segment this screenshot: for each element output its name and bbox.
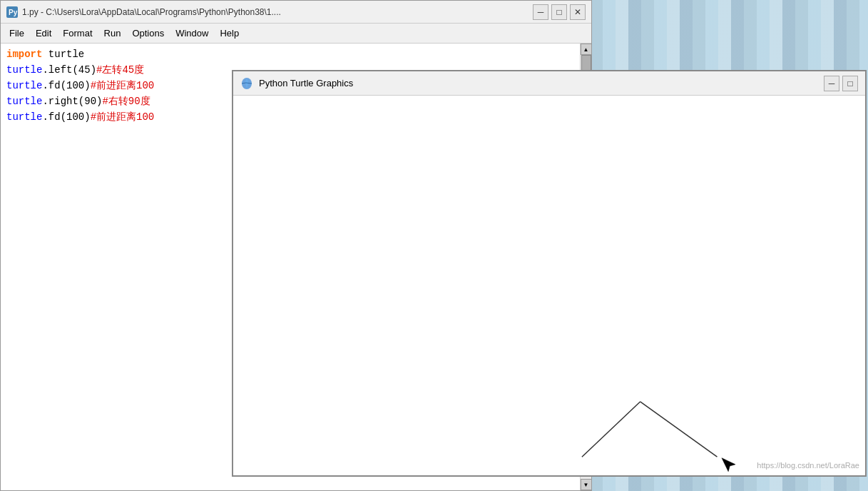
- menu-window[interactable]: Window: [170, 26, 214, 40]
- code-fd-fn: fd: [48, 80, 61, 91]
- scroll-up-arrow[interactable]: ▲: [581, 44, 592, 55]
- code-turtle-module: turtle: [48, 49, 84, 60]
- code-fd-fn-2: fd: [48, 111, 61, 123]
- idle-minimize-button[interactable]: ─: [533, 4, 548, 20]
- comment-3: #右转90度: [102, 96, 150, 107]
- keyword-import: import: [6, 49, 42, 60]
- idle-menubar: File Edit Format Run Options Window Help: [1, 24, 591, 44]
- turtle-graphics-window: Python Turtle Graphics ─ □: [232, 70, 867, 477]
- code-right-fn: right: [48, 96, 78, 107]
- scroll-down-arrow[interactable]: ▼: [581, 479, 592, 490]
- menu-run[interactable]: Run: [98, 26, 127, 40]
- turtle-window-icon: [240, 77, 253, 90]
- turtle-line-1: [582, 402, 640, 457]
- idle-titlebar: Py 1.py - C:\Users\Lora\AppData\Local\Pr…: [1, 1, 591, 24]
- code-turtle: turtle: [6, 64, 42, 76]
- turtle-minimize-button[interactable]: ─: [824, 76, 839, 91]
- svg-marker-3: [718, 455, 735, 472]
- comment-4: #前进距离100: [91, 111, 155, 123]
- menu-edit[interactable]: Edit: [30, 26, 57, 40]
- turtle-maximize-button[interactable]: □: [842, 76, 858, 91]
- code-turtle-3: turtle: [6, 96, 42, 107]
- idle-title-text: 1.py - C:\Users\Lora\AppData\Local\Progr…: [22, 7, 533, 17]
- python-icon: Py: [6, 6, 18, 18]
- code-turtle-4: turtle: [6, 111, 42, 123]
- turtle-line-2: [640, 402, 718, 457]
- idle-maximize-button[interactable]: □: [551, 4, 567, 20]
- menu-file[interactable]: File: [4, 26, 30, 40]
- idle-close-button[interactable]: ✕: [570, 4, 586, 20]
- turtle-title-buttons: ─ □: [824, 76, 858, 91]
- idle-title-buttons: ─ □ ✕: [533, 4, 586, 20]
- menu-help[interactable]: Help: [214, 26, 245, 40]
- turtle-cursor: [718, 455, 735, 472]
- menu-format[interactable]: Format: [57, 26, 98, 40]
- code-turtle-2: turtle: [6, 80, 42, 91]
- comment-1: #左转45度: [96, 64, 144, 76]
- turtle-drawing-svg: [233, 96, 865, 475]
- menu-options[interactable]: Options: [126, 26, 170, 40]
- code-left-fn: left: [48, 64, 73, 76]
- svg-text:Py: Py: [9, 9, 18, 16]
- turtle-canvas: https://blog.csdn.net/LoraRae: [233, 96, 865, 475]
- watermark: https://blog.csdn.net/LoraRae: [757, 461, 859, 470]
- comment-2: #前进距离100: [91, 80, 155, 91]
- turtle-title-text: Python Turtle Graphics: [259, 78, 824, 88]
- turtle-titlebar: Python Turtle Graphics ─ □: [233, 71, 865, 96]
